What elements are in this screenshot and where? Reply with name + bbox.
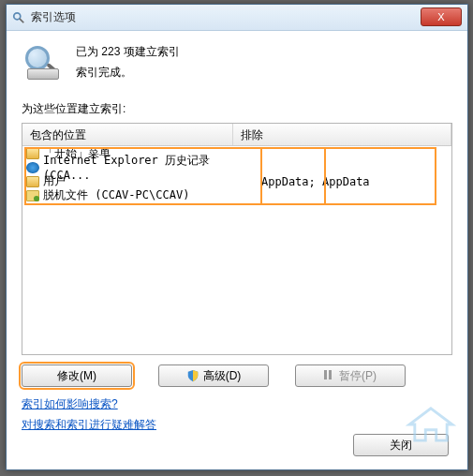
offline-files-icon [26, 190, 39, 201]
svg-line-1 [20, 18, 23, 22]
pause-label: 暂停(P) [339, 368, 377, 384]
indexing-options-window: 索引选项 X 已为 223 项建立索引 索引完成。 为这些位置建立索引: 包含的… [6, 4, 468, 470]
footer: 关闭 [353, 434, 449, 456]
content-area: 已为 223 项建立索引 索引完成。 为这些位置建立索引: 包含的位置 排除 「… [7, 31, 467, 448]
link-troubleshoot-search[interactable]: 对搜索和索引进行疑难解答 [22, 415, 452, 436]
locations-listbox[interactable]: 包含的位置 排除 「开始」菜单 Internet Explorer 历史记录 (… [22, 123, 452, 355]
advanced-button[interactable]: 高级(D) [158, 364, 269, 387]
ie-icon [26, 162, 39, 173]
shield-icon [186, 369, 200, 382]
folder-icon [26, 176, 39, 187]
close-icon: X [437, 11, 444, 22]
rows-container: 「开始」菜单 Internet Explorer 历史记录 (CCA... 用户… [22, 146, 451, 202]
modify-label: 修改(M) [57, 368, 96, 384]
help-links: 索引如何影响搜索? 对搜索和索引进行疑难解答 [22, 394, 452, 435]
status-row: 已为 223 项建立索引 索引完成。 [22, 42, 452, 82]
close-dialog-button[interactable]: 关闭 [353, 434, 449, 456]
titlebar: 索引选项 X [7, 5, 467, 31]
search-icon [12, 11, 25, 24]
close-button[interactable]: X [421, 7, 462, 26]
window-title: 索引选项 [31, 9, 76, 25]
status-text: 已为 223 项建立索引 索引完成。 [76, 42, 180, 82]
list-header: 包含的位置 排除 [22, 124, 451, 146]
pause-icon [324, 370, 335, 381]
button-row: 修改(M) 高级(D) 暂停(P) [22, 364, 452, 387]
list-item[interactable]: Internet Explorer 历史记录 (CCA... [22, 160, 451, 174]
locations-label: 为这些位置建立索引: [22, 101, 452, 117]
pause-button: 暂停(P) [295, 364, 406, 387]
modify-button[interactable]: 修改(M) [22, 364, 132, 387]
column-excluded[interactable]: 排除 [233, 124, 451, 145]
status-line1: 已为 223 项建立索引 [76, 42, 180, 63]
row-excluded: AppData; AppData [233, 175, 451, 188]
svg-point-0 [14, 12, 21, 19]
indexing-icon [22, 44, 67, 82]
list-item[interactable]: 脱机文件 (CCAV-PC\CCAV) [22, 188, 451, 202]
list-item[interactable]: 用户 AppData; AppData [22, 174, 451, 188]
column-included[interactable]: 包含的位置 [22, 124, 233, 145]
link-how-indexing-affects-search[interactable]: 索引如何影响搜索? [22, 394, 452, 415]
status-line2: 索引完成。 [76, 63, 180, 83]
row-name: 脱机文件 (CCAV-PC\CCAV) [43, 187, 189, 203]
advanced-label: 高级(D) [203, 368, 242, 384]
